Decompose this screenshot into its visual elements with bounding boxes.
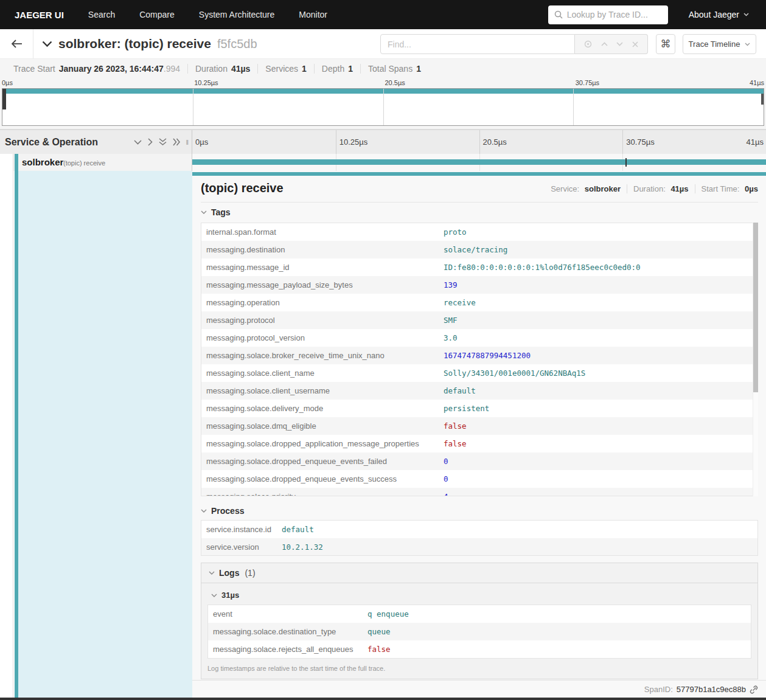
tags-scrollbar-thumb[interactable]	[753, 223, 758, 392]
span-detail-region: (topic) receive Service: solbroker Durat…	[0, 171, 766, 698]
expand-all-icon[interactable]	[173, 138, 181, 146]
span-timeline-cell[interactable]	[192, 154, 766, 171]
meta-value: 41µs	[670, 184, 688, 193]
timeline-grid-header: Service & Operation	[0, 130, 766, 154]
find-controls	[380, 34, 648, 54]
next-match-icon[interactable]	[616, 42, 623, 46]
minimap-tick-label: 41µs	[750, 79, 764, 86]
stat-value: 41µs	[231, 64, 250, 74]
span-duration-bar[interactable]	[192, 159, 766, 165]
trace-header-bar: solbroker: (topic) receive f5fc5db	[0, 29, 766, 59]
tag-value: receive	[444, 298, 476, 307]
table-row: messaging.solace.dmq_eligible false	[201, 417, 757, 435]
tag-value: ID:fe80:0:0:0:0:0:0:1%lo0d76f185eec0c0ed…	[444, 263, 641, 272]
tag-key: messaging.protocol_version	[201, 333, 444, 342]
meta-label: Duration:	[633, 184, 666, 193]
tag-key: messaging.destination	[201, 245, 444, 254]
stat-value: 1	[348, 64, 353, 74]
table-row: messaging.solace.delivery_mode persisten…	[201, 400, 757, 417]
keyboard-shortcuts-button[interactable]: ⌘	[656, 34, 675, 54]
tags-section-header[interactable]: Tags	[201, 207, 231, 217]
tag-value: Solly/34301/001e0001/GN62NBAq1S	[444, 369, 585, 378]
trace-view-selector-label: Trace Timeline	[689, 40, 740, 49]
trace-id-lookup-input[interactable]	[567, 10, 658, 19]
tag-value: persistent	[444, 404, 489, 413]
table-row: messaging.protocol SMF	[201, 311, 757, 329]
tags-scrollbar-track[interactable]	[753, 223, 758, 496]
table-row: messaging.solace.dropped_enqueue_events_…	[201, 452, 757, 470]
span-id-footer: SpanID: 57797b1a1c9ec88b	[644, 685, 758, 694]
timeline-tick-label: 30.75µs	[622, 130, 766, 154]
tag-key: messaging.solace.dropped_application_mes…	[201, 439, 444, 448]
stat-value: January 26 2023, 16:44:47	[59, 64, 164, 74]
logs-section-header[interactable]: Logs (1)	[201, 563, 757, 583]
tag-value: false	[444, 439, 467, 448]
trace-view-selector[interactable]: Trace Timeline	[683, 34, 756, 54]
collapse-all-icon[interactable]	[159, 138, 167, 146]
log-entry-header[interactable]: 31µs	[211, 591, 239, 600]
collapse-one-icon[interactable]	[134, 140, 142, 145]
service-operation-title: Service & Operation	[5, 137, 134, 148]
collapse-trace-header-button[interactable]	[42, 41, 52, 47]
table-row: messaging.protocol_version 3.0	[201, 329, 757, 347]
trace-stat: Total Spans 1	[360, 64, 428, 74]
table-row: internal.span.format proto	[201, 223, 757, 241]
meta-value: solbroker	[585, 184, 621, 193]
table-row: messaging.solace.rejects_all_enqueues fa…	[208, 640, 751, 658]
log-fields-table: event q enqueue messaging.solace.destina…	[207, 605, 751, 659]
trace-title[interactable]: solbroker: (topic) receive	[58, 36, 211, 51]
tags-section-label: Tags	[211, 207, 231, 217]
log-field-value: false	[367, 645, 391, 654]
span-service-name[interactable]: solbroker	[22, 157, 63, 167]
back-button[interactable]	[0, 29, 33, 58]
trace-stat: Duration 41µs	[187, 64, 257, 74]
span-detail-meta: Service: solbroker Duration: 41µs Start …	[545, 184, 758, 193]
timeline-tick-label: 0µs	[192, 130, 336, 154]
meta-value: 0µs	[745, 184, 758, 193]
expand-one-icon[interactable]	[148, 138, 153, 146]
clear-find-icon[interactable]	[632, 41, 638, 47]
meta-label: Service:	[551, 184, 579, 193]
find-input[interactable]	[380, 34, 575, 54]
process-key: service.version	[201, 542, 282, 552]
process-section-header[interactable]: Process	[201, 506, 244, 516]
tag-key: messaging.message_payload_size_bytes	[201, 280, 444, 289]
pane-resize-grip[interactable]: ‖	[186, 139, 189, 146]
log-event-marker[interactable]	[625, 158, 627, 167]
span-id-value: 57797b1a1c9ec88b	[677, 685, 746, 694]
nav-item-monitor[interactable]: Monitor	[299, 10, 327, 19]
tag-value: default	[444, 386, 476, 395]
chevron-down-icon	[211, 594, 217, 597]
tag-key: messaging.message_id	[201, 263, 444, 272]
prev-match-icon[interactable]	[601, 42, 608, 46]
focus-match-icon[interactable]	[584, 40, 592, 48]
nav-item-system-architecture[interactable]: System Architecture	[199, 10, 275, 19]
span-name-cell[interactable]: solbroker (topic) receive	[0, 154, 192, 171]
trace-stat: Services 1	[257, 64, 313, 74]
table-row: service.instance.id default	[201, 521, 757, 538]
minimap-tick-label: 0µs	[2, 79, 13, 86]
brand-jaeger-ui[interactable]: JAEGER UI	[15, 10, 64, 20]
meta-item: Duration: 41µs	[627, 184, 695, 193]
tag-key: messaging.solace.dmq_eligible	[201, 421, 444, 431]
tag-value: 3.0	[444, 333, 458, 342]
timeline-tick-label: 10.25µs	[336, 130, 479, 154]
log-field-key: event	[208, 609, 367, 619]
about-jaeger-menu[interactable]: About Jaeger	[689, 10, 749, 19]
minimap-gridline	[573, 89, 574, 125]
minimap-viewport[interactable]	[2, 88, 764, 126]
tag-value: 0	[444, 474, 448, 483]
table-row: messaging.solace.dropped_application_mes…	[201, 435, 757, 452]
minimap-right-handle[interactable]	[761, 94, 764, 105]
minimap-left-handle[interactable]	[2, 89, 6, 109]
nav-item-search[interactable]: Search	[88, 10, 115, 19]
table-row: messaging.solace.broker_receive_time_uni…	[201, 347, 757, 364]
table-row: messaging.destination solace/tracing	[201, 241, 757, 258]
tag-key: internal.span.format	[201, 227, 444, 237]
timeline-tick-label: 41µs	[747, 137, 764, 147]
arrow-left-icon	[11, 39, 23, 49]
deep-link-icon[interactable]	[750, 685, 758, 694]
nav-item-compare[interactable]: Compare	[139, 10, 175, 19]
chevron-down-icon	[743, 13, 749, 16]
search-icon	[554, 10, 563, 19]
